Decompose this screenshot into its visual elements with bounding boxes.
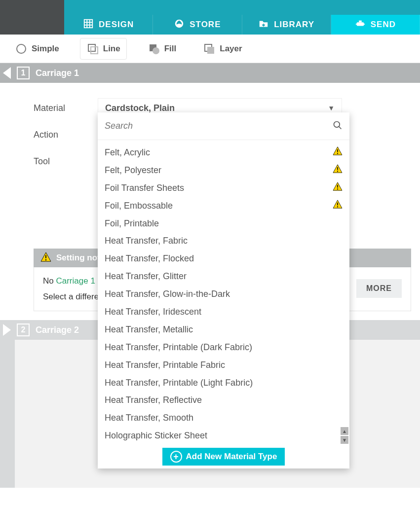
material-option[interactable]: Foil, Embossable (98, 197, 349, 215)
material-option[interactable]: Foil, Printable (98, 215, 349, 233)
fill-icon (148, 42, 160, 55)
nav-label: LIBRARY (274, 20, 314, 30)
subnav-layer[interactable]: Layer (197, 38, 248, 59)
material-name: Heat Transfer, Reflective (105, 394, 202, 407)
search-icon[interactable] (333, 120, 343, 132)
material-name: Heat Transfer, Metallic (105, 323, 193, 337)
svg-rect-0 (84, 19, 93, 28)
material-option[interactable]: Heat Transfer, Iridescent (98, 303, 349, 321)
chevron-down-icon: ▼ (328, 104, 335, 112)
carriage-number: 2 (17, 324, 30, 336)
nav-design[interactable]: DESIGN (64, 15, 153, 35)
material-name: Foil, Embossable (105, 199, 173, 213)
warning-icon (333, 199, 343, 213)
material-name: Heat Transfer, Iridescent (105, 305, 201, 319)
warning-icon (333, 181, 343, 195)
grid-icon (83, 18, 94, 32)
top-nav: DESIGN STORE LIBRARY SEND (0, 15, 420, 35)
window-top-strip (0, 0, 420, 15)
subnav-label: Simple (32, 44, 59, 54)
nav-left-pad (0, 15, 64, 35)
svg-rect-9 (88, 44, 95, 51)
subnav-line[interactable]: Line (80, 38, 127, 60)
scroll-up-button[interactable]: ▲ (341, 427, 348, 435)
subnav-label: Layer (220, 44, 242, 54)
material-name: Heat Transfer, Printable (Light Fabric) (105, 376, 253, 390)
line-icon (86, 42, 99, 55)
material-name: Heat Transfer, Flocked (105, 252, 194, 266)
scroll-down-button[interactable]: ▼ (341, 436, 348, 444)
warning-icon (333, 146, 343, 160)
scroll-buttons: ▲ ▼ (341, 427, 348, 444)
store-icon (174, 18, 185, 32)
tool-label: Tool (34, 156, 98, 167)
nav-label: STORE (190, 20, 221, 30)
carriage-1-header[interactable]: 1 Carriage 1 (0, 63, 420, 83)
material-label: Material (34, 103, 98, 113)
warning-icon (333, 164, 343, 178)
material-option[interactable]: Heat Transfer, Flocked (98, 250, 349, 268)
nav-store[interactable]: STORE (153, 15, 242, 35)
material-option[interactable]: Felt, Acrylic (98, 144, 349, 162)
carriage-label: Carriage 1 (36, 68, 79, 78)
subnav-fill[interactable]: Fill (142, 38, 183, 59)
carriage-link[interactable]: Carriage 1 (56, 276, 95, 286)
svg-rect-14 (207, 47, 214, 54)
carriage-label: Carriage 2 (36, 325, 79, 335)
material-option[interactable]: Felt, Polyester (98, 162, 349, 180)
material-name: Felt, Acrylic (105, 146, 150, 160)
material-option[interactable]: Heat Transfer, Glitter (98, 268, 349, 286)
material-option[interactable]: Heat Transfer, Glow-in-the-Dark (98, 286, 349, 303)
subnav-label: Line (103, 44, 120, 54)
search-input[interactable] (105, 121, 333, 131)
material-name: Foil Transfer Sheets (105, 181, 184, 195)
material-option[interactable]: Heat Transfer, Printable (Light Fabric) (98, 374, 349, 392)
svg-rect-10 (91, 47, 98, 54)
material-name: Foil, Printable (105, 217, 159, 231)
nav-label: DESIGN (99, 20, 134, 30)
material-name: Heat Transfer, Smooth (105, 411, 193, 425)
folder-icon (258, 18, 269, 32)
material-option[interactable]: Heat Transfer, Smooth (98, 409, 349, 427)
action-label: Action (34, 130, 98, 140)
plus-icon: + (170, 451, 182, 463)
svg-point-15 (334, 121, 340, 127)
material-name: Heat Transfer, Glow-in-the-Dark (105, 288, 230, 301)
material-name: Heat Transfer, Printable Fabric (105, 359, 225, 372)
material-option[interactable]: Heat Transfer, Fabric (98, 232, 349, 250)
chevron-left-icon (3, 67, 11, 79)
material-option[interactable]: Heat Transfer, Reflective (98, 392, 349, 409)
sub-nav: Simple Line Fill Layer (0, 35, 420, 63)
nav-library[interactable]: LIBRARY (242, 15, 331, 35)
material-option[interactable]: Heat Transfer, Printable (Dark Fabric) (98, 339, 349, 357)
svg-rect-7 (359, 20, 362, 22)
material-dropdown-list: Felt, AcrylicFelt, PolyesterFoil Transfe… (98, 112, 349, 469)
svg-point-31 (45, 259, 47, 260)
subnav-label: Fill (164, 44, 177, 54)
svg-point-25 (337, 188, 338, 189)
add-material-label: Add New Material Type (186, 452, 277, 462)
chevron-right-icon (3, 324, 11, 336)
material-option[interactable]: Foil Transfer Sheets (98, 180, 349, 197)
nav-send[interactable]: SEND (331, 15, 420, 35)
material-value: Cardstock, Plain (105, 103, 175, 113)
carriage-number: 1 (17, 67, 30, 79)
material-name: Heat Transfer, Printable (Dark Fabric) (105, 341, 252, 355)
svg-point-19 (337, 153, 338, 154)
svg-line-16 (339, 126, 342, 129)
search-row (98, 112, 349, 140)
material-name: Heat Transfer, Fabric (105, 234, 188, 248)
send-icon (355, 18, 366, 32)
svg-point-28 (337, 206, 338, 207)
more-button[interactable]: MORE (356, 279, 402, 298)
circle-icon (15, 42, 28, 55)
material-option[interactable]: Holographic Sticker Sheet (98, 427, 349, 445)
material-option[interactable]: Heat Transfer, Metallic (98, 321, 349, 339)
material-option[interactable]: Heat Transfer, Printable Fabric (98, 357, 349, 374)
subnav-simple[interactable]: Simple (9, 38, 65, 59)
material-name: Heat Transfer, Glitter (105, 270, 187, 284)
warning-icon (40, 252, 51, 264)
material-name: Felt, Polyester (105, 164, 161, 178)
add-material-button[interactable]: + Add New Material Type (162, 448, 285, 466)
layer-icon (203, 42, 216, 55)
